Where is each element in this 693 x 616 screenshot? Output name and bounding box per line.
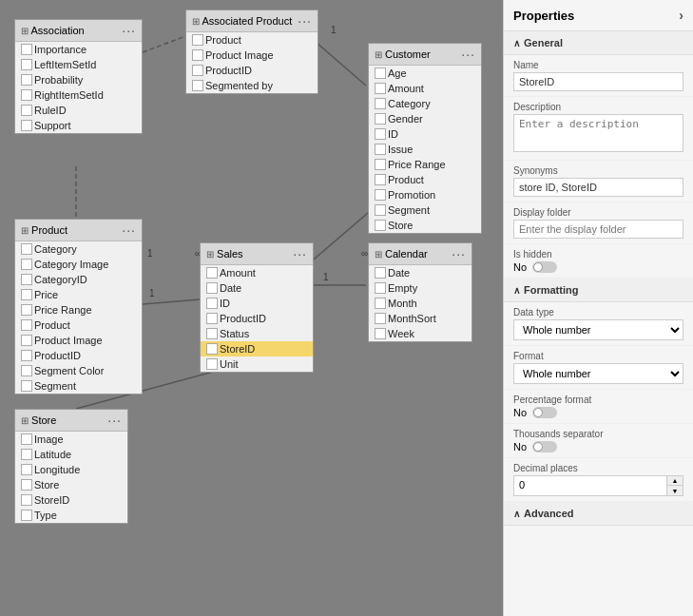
is-hidden-no-label: No	[513, 261, 527, 273]
table-row: Importance	[15, 42, 142, 57]
table-row: Category Image	[15, 257, 142, 272]
display-folder-input[interactable]	[513, 220, 683, 239]
diagram-canvas: 1 1 1 ∞∞ 1 ∞∞ ∞∞ ⊞ Association ··· Impor…	[0, 0, 503, 616]
table-row: Unit	[201, 356, 313, 372]
table-row: ProductID	[186, 63, 318, 78]
table-row: Store	[15, 477, 127, 492]
table-sales[interactable]: ⊞ Sales ··· Amount Date ID ProductID Sta…	[200, 242, 314, 373]
table-associated-product[interactable]: ⊞ Associated Product ··· Product Product…	[185, 10, 318, 94]
is-hidden-toggle[interactable]	[532, 261, 557, 273]
section-arrow-advanced: ∧	[513, 509, 520, 519]
table-header-sales[interactable]: ⊞ Sales ···	[201, 243, 313, 265]
table-row: Age	[369, 66, 481, 81]
field-format: Format Whole number Decimal number Curre…	[504, 346, 693, 390]
panel-title: Properties	[513, 9, 574, 23]
description-input[interactable]	[513, 114, 683, 152]
table-row: Price Range	[15, 302, 142, 318]
table-row: StoreID	[15, 492, 127, 508]
table-header-product[interactable]: ⊞ Product ···	[15, 220, 142, 241]
svg-text:1: 1	[149, 288, 155, 298]
table-row: Week	[369, 326, 472, 341]
table-row: Latitude	[15, 447, 127, 462]
table-row: RuleID	[15, 103, 142, 118]
table-row: Product	[186, 32, 318, 48]
panel-header: Properties ›	[504, 0, 693, 31]
table-association[interactable]: ⊞ Association ··· Importance LeftItemSet…	[14, 19, 143, 134]
stepper-up-button[interactable]: ▲	[667, 476, 683, 486]
synonyms-input[interactable]	[513, 178, 683, 197]
field-description: Description	[504, 97, 693, 161]
section-arrow-general: ∧	[513, 38, 520, 48]
table-row: Product Image	[15, 333, 142, 348]
table-row: Segment	[369, 202, 481, 218]
data-type-select[interactable]: Whole number Decimal number Text Date	[513, 319, 683, 340]
table-header-store[interactable]: ⊞ Store ···	[15, 410, 127, 432]
stepper-down-button[interactable]: ▼	[667, 486, 683, 495]
svg-line-4	[143, 299, 200, 304]
field-name: Name	[504, 55, 693, 97]
section-general[interactable]: ∧ General	[504, 31, 693, 55]
table-row: Price Range	[369, 157, 481, 172]
table-row: Store	[369, 218, 481, 233]
decimal-places-stepper: 0 ▲ ▼	[513, 475, 683, 496]
table-header-calendar[interactable]: ⊞ Calendar ···	[369, 243, 472, 265]
table-row: LeftItemSetId	[15, 57, 142, 72]
section-formatting[interactable]: ∧ Formatting	[504, 279, 693, 302]
svg-text:1: 1	[331, 25, 337, 35]
thousands-separator-toggle[interactable]	[532, 441, 557, 452]
table-header-associated-product[interactable]: ⊞ Associated Product ···	[186, 10, 318, 32]
name-input[interactable]	[513, 72, 683, 91]
table-row: Type	[15, 508, 127, 523]
thousands-separator-no-label: No	[513, 441, 527, 452]
table-row: Category	[15, 241, 142, 257]
table-header-association[interactable]: ⊞ Association ···	[15, 20, 142, 42]
table-row: Longitude	[15, 462, 127, 477]
decimal-places-value: 0	[514, 476, 666, 495]
percentage-format-toggle-row: No	[513, 407, 683, 418]
table-row: Date	[201, 280, 313, 296]
svg-text:1: 1	[323, 272, 329, 282]
thousands-separator-toggle-row: No	[513, 441, 683, 452]
is-hidden-toggle-row: No	[513, 261, 683, 273]
percentage-format-no-label: No	[513, 407, 527, 418]
table-row: Date	[369, 265, 472, 280]
field-decimal-places: Decimal places 0 ▲ ▼	[504, 458, 693, 502]
svg-line-0	[143, 36, 185, 52]
field-thousands-separator: Thousands separator No	[504, 424, 693, 458]
table-row: Issue	[369, 142, 481, 157]
table-product[interactable]: ⊞ Product ··· Category Category Image Ca…	[14, 219, 143, 395]
panel-close-chevron[interactable]: ›	[679, 8, 683, 23]
percentage-format-toggle[interactable]	[532, 407, 557, 418]
table-header-customer[interactable]: ⊞ Customer ···	[369, 44, 481, 66]
table-row: Gender	[369, 111, 481, 126]
table-row: CategoryID	[15, 272, 142, 287]
table-row: Amount	[369, 81, 481, 96]
table-row: Segmented by	[186, 78, 318, 93]
table-row: Product Image	[186, 48, 318, 63]
svg-text:1: 1	[147, 248, 153, 259]
table-row: Month	[369, 296, 472, 311]
table-customer[interactable]: ⊞ Customer ··· Age Amount Category Gende…	[368, 43, 482, 234]
field-percentage-format: Percentage format No	[504, 390, 693, 424]
table-row: ID	[369, 126, 481, 142]
table-row: Promotion	[369, 187, 481, 202]
table-row: Probability	[15, 72, 142, 87]
section-arrow-formatting: ∧	[513, 285, 520, 296]
table-row: Image	[15, 432, 127, 447]
field-is-hidden: Is hidden No	[504, 244, 693, 279]
table-row: Product	[15, 318, 142, 333]
table-row: ProductID	[15, 348, 142, 363]
table-row: Amount	[201, 265, 313, 280]
format-select[interactable]: Whole number Decimal number Currency Per…	[513, 363, 683, 384]
table-store[interactable]: ⊞ Store ··· Image Latitude Longitude Sto…	[14, 409, 128, 524]
table-calendar[interactable]: ⊞ Calendar ··· Date Empty Month MonthSor…	[368, 242, 472, 342]
table-row: Empty	[369, 280, 472, 296]
table-row: Support	[15, 118, 142, 133]
table-row: Category	[369, 96, 481, 111]
table-row: ID	[201, 296, 313, 311]
table-row-storeid[interactable]: StoreID	[201, 341, 313, 356]
table-row: ProductID	[201, 311, 313, 326]
table-row: Product	[369, 172, 481, 187]
table-row: MonthSort	[369, 311, 472, 326]
section-advanced[interactable]: ∧ Advanced	[504, 502, 693, 526]
